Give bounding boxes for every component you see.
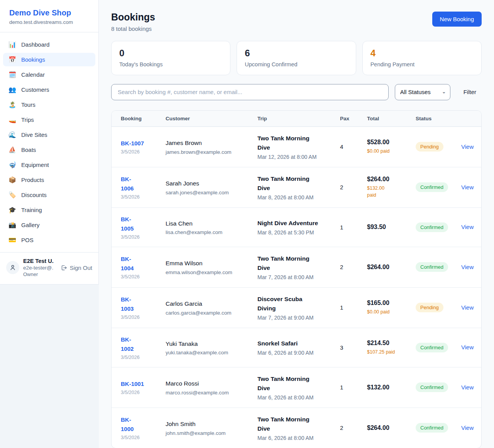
booking-id-link[interactable]: BK- 1003	[121, 295, 153, 313]
sidebar-item[interactable]: 🤿 Equipment	[3, 158, 95, 172]
nav-item-icon: 📅	[8, 57, 16, 63]
table-row: BK- 1004 3/5/2026 Emma Wilson emma.wilso…	[112, 247, 481, 287]
nav-item-label: Dive Sites	[21, 131, 47, 138]
nav-item-icon: 🗓️	[8, 72, 16, 78]
sidebar-item[interactable]: ⛵ Boats	[3, 143, 95, 157]
sidebar-item[interactable]: 🗓️ Calendar	[3, 68, 95, 81]
shop-name: Demo Dive Shop	[9, 8, 89, 17]
customer-email: lisa.chen@example.com	[166, 229, 245, 235]
customer-name: Lisa Chen	[166, 219, 245, 228]
user-section: E2E Test U... e2e-tester@... Owner Sign …	[0, 252, 98, 284]
sidebar-item[interactable]: 💳 POS	[3, 233, 95, 247]
col-header-status: Status	[409, 111, 455, 127]
filter-button[interactable]: Filter	[464, 89, 476, 95]
nav-item-label: Bookings	[21, 56, 45, 63]
view-link[interactable]: View	[461, 344, 474, 350]
booking-id-link[interactable]: BK-1007	[121, 139, 153, 148]
nav-item-icon: 💳	[8, 237, 16, 243]
booking-id-link[interactable]: BK-1001	[121, 379, 153, 389]
booking-cell: BK- 1002 3/5/2026	[112, 328, 159, 367]
trip-datetime: Mar 12, 2026 at 8:00 AM	[257, 154, 328, 160]
table-row: BK- 1000 3/5/2026 John Smith john.smith@…	[112, 408, 481, 448]
total-amount: $264.00	[367, 176, 403, 183]
pax-value: 1	[340, 384, 355, 391]
customer-cell: Carlos Garcia carlos.garcia@example.com	[159, 287, 251, 328]
nav-item-label: Gallery	[21, 222, 40, 228]
view-link[interactable]: View	[461, 304, 474, 311]
trip-cell: Night Dive Adventure Mar 8, 2026 at 5:30…	[251, 207, 334, 247]
trip-datetime: Mar 6, 2026 at 9:00 AM	[257, 350, 328, 356]
view-link[interactable]: View	[461, 424, 474, 431]
table-row: BK- 1006 3/5/2026 Sarah Jones sarah.jone…	[112, 167, 481, 207]
actions-cell: View	[455, 328, 481, 367]
table-row: BK- 1005 3/5/2026 Lisa Chen lisa.chen@ex…	[112, 207, 481, 247]
sidebar-item[interactable]: 📅 Bookings	[3, 53, 95, 66]
customer-email: sarah.jones@example.com	[166, 190, 245, 195]
status-cell: Confirmed	[409, 207, 455, 247]
sidebar-item[interactable]: 👥 Customers	[3, 83, 95, 96]
pax-value: 2	[340, 424, 355, 431]
view-link[interactable]: View	[461, 224, 474, 230]
total-amount: $264.00	[367, 424, 403, 431]
table-row: BK- 1003 3/5/2026 Carlos Garcia carlos.g…	[112, 287, 481, 328]
customer-cell: Lisa Chen lisa.chen@example.com	[159, 207, 251, 247]
status-badge: Confirmed	[416, 182, 448, 192]
status-badge: Pending	[416, 303, 443, 312]
nav-item-icon: 🤿	[8, 162, 16, 168]
view-link[interactable]: View	[461, 264, 474, 270]
nav-item-icon: 📦	[8, 177, 16, 183]
trip-name: Snorkel Safari	[257, 339, 328, 348]
total-cell: $264.00 $132.00 paid	[361, 167, 409, 207]
page-title-block: Bookings 8 total bookings	[111, 12, 155, 32]
sidebar-item[interactable]: 🚤 Trips	[3, 113, 95, 126]
trip-cell: Two Tank Morning Dive Mar 12, 2026 at 8:…	[251, 126, 334, 167]
person-icon	[9, 264, 16, 271]
customer-name: Sarah Jones	[166, 179, 245, 188]
nav-item-icon: ⛵	[8, 147, 16, 153]
booking-id-link[interactable]: BK- 1005	[121, 215, 153, 233]
customer-name: Marco Rossi	[166, 379, 245, 388]
trip-name: Discover Scuba Diving	[257, 295, 328, 313]
trip-datetime: Mar 7, 2026 at 8:00 AM	[257, 274, 328, 280]
status-select[interactable]: All Statuses	[395, 84, 450, 100]
nav-item-label: Boats	[21, 147, 36, 153]
customer-name: Carlos Garcia	[166, 300, 245, 308]
page-header: Bookings 8 total bookings New Booking	[111, 12, 482, 32]
nav-item-icon: 🏷️	[8, 192, 16, 198]
actions-cell: View	[455, 367, 481, 408]
booking-date: 3/5/2026	[121, 149, 153, 155]
sidebar-item[interactable]: 🏷️ Discounts	[3, 188, 95, 202]
sidebar-item[interactable]: 🎓 Training	[3, 203, 95, 217]
booking-date: 3/5/2026	[121, 234, 153, 240]
booking-id-link[interactable]: BK- 1004	[121, 254, 153, 273]
booking-id-link[interactable]: BK- 1000	[121, 415, 153, 434]
nav-item-label: Training	[21, 207, 42, 213]
view-link[interactable]: View	[461, 143, 474, 150]
sidebar-item[interactable]: 📦 Products	[3, 173, 95, 187]
sidebar-item[interactable]: 📊 Dashboard	[3, 38, 95, 51]
booking-date: 3/5/2026	[121, 435, 153, 440]
new-booking-button[interactable]: New Booking	[432, 12, 482, 27]
col-header-actions	[455, 111, 481, 127]
sign-out-button[interactable]: Sign Out	[61, 264, 92, 271]
booking-id-link[interactable]: BK- 1002	[121, 335, 153, 354]
booking-cell: BK- 1006 3/5/2026	[112, 167, 159, 207]
table-row: BK- 1002 3/5/2026 Yuki Tanaka yuki.tanak…	[112, 328, 481, 367]
nav-item-icon: 🎓	[8, 207, 16, 213]
paid-amount: $107.25 paid	[367, 349, 403, 355]
sidebar-item[interactable]: 🏝️ Tours	[3, 98, 95, 111]
search-input[interactable]	[111, 84, 389, 100]
col-header-customer: Customer	[159, 111, 251, 127]
view-link[interactable]: View	[461, 384, 474, 391]
status-cell: Confirmed	[409, 408, 455, 448]
page-subtitle: 8 total bookings	[111, 25, 155, 32]
actions-cell: View	[455, 167, 481, 207]
stat-card: 6 Upcoming Confirmed	[237, 41, 356, 75]
booking-cell: BK- 1005 3/5/2026	[112, 207, 159, 247]
customer-cell: Emma Wilson emma.wilson@example.com	[159, 247, 251, 287]
sidebar-item[interactable]: 📸 Gallery	[3, 218, 95, 232]
sidebar-item[interactable]: 🌊 Dive Sites	[3, 128, 95, 141]
nav-item-icon: 🚤	[8, 117, 16, 123]
view-link[interactable]: View	[461, 184, 474, 190]
booking-id-link[interactable]: BK- 1006	[121, 175, 153, 193]
